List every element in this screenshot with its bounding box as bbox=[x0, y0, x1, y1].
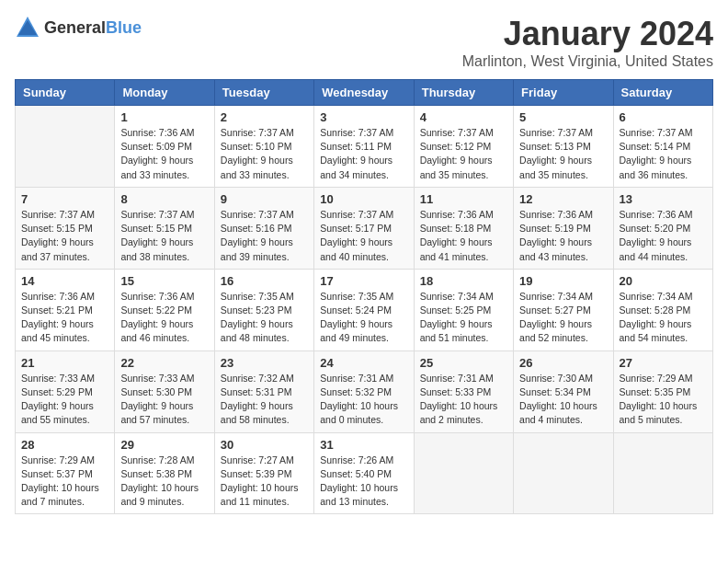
calendar-header-sunday: Sunday bbox=[16, 80, 115, 106]
day-info: Sunrise: 7:27 AMSunset: 5:39 PMDaylight:… bbox=[221, 454, 308, 510]
day-number: 4 bbox=[420, 110, 507, 124]
day-info: Sunrise: 7:33 AMSunset: 5:30 PMDaylight:… bbox=[120, 372, 208, 428]
day-info: Sunrise: 7:37 AMSunset: 5:12 PMDaylight:… bbox=[420, 126, 507, 182]
calendar-cell: 23Sunrise: 7:32 AMSunset: 5:31 PMDayligh… bbox=[214, 350, 313, 432]
calendar-cell: 21Sunrise: 7:33 AMSunset: 5:29 PMDayligh… bbox=[16, 350, 115, 432]
calendar-cell bbox=[613, 432, 712, 514]
day-number: 11 bbox=[420, 192, 507, 206]
day-number: 27 bbox=[620, 356, 707, 370]
calendar-cell: 31Sunrise: 7:26 AMSunset: 5:40 PMDayligh… bbox=[314, 432, 414, 514]
calendar-header-row: SundayMondayTuesdayWednesdayThursdayFrid… bbox=[16, 80, 713, 106]
day-info: Sunrise: 7:37 AMSunset: 5:15 PMDaylight:… bbox=[120, 208, 208, 264]
calendar-cell: 26Sunrise: 7:30 AMSunset: 5:34 PMDayligh… bbox=[514, 350, 613, 432]
day-number: 13 bbox=[620, 192, 707, 206]
day-number: 12 bbox=[519, 192, 607, 206]
day-info: Sunrise: 7:33 AMSunset: 5:29 PMDaylight:… bbox=[21, 372, 108, 428]
day-number: 10 bbox=[320, 192, 407, 206]
week-row-1: 1Sunrise: 7:36 AMSunset: 5:09 PMDaylight… bbox=[16, 106, 713, 188]
calendar-cell: 29Sunrise: 7:28 AMSunset: 5:38 PMDayligh… bbox=[115, 432, 214, 514]
calendar-cell: 22Sunrise: 7:33 AMSunset: 5:30 PMDayligh… bbox=[115, 350, 214, 432]
calendar-cell bbox=[514, 432, 613, 514]
calendar-cell: 25Sunrise: 7:31 AMSunset: 5:33 PMDayligh… bbox=[414, 350, 513, 432]
title-area: January 2024 Marlinton, West Virginia, U… bbox=[462, 15, 713, 70]
day-number: 8 bbox=[120, 192, 208, 206]
week-row-2: 7Sunrise: 7:37 AMSunset: 5:15 PMDaylight… bbox=[16, 187, 713, 269]
logo: GeneralBlue bbox=[15, 15, 142, 40]
day-info: Sunrise: 7:31 AMSunset: 5:32 PMDaylight:… bbox=[320, 372, 407, 428]
day-info: Sunrise: 7:28 AMSunset: 5:38 PMDaylight:… bbox=[120, 454, 208, 510]
day-info: Sunrise: 7:32 AMSunset: 5:31 PMDaylight:… bbox=[221, 372, 308, 428]
calendar-cell: 18Sunrise: 7:34 AMSunset: 5:25 PMDayligh… bbox=[414, 269, 513, 350]
day-info: Sunrise: 7:34 AMSunset: 5:27 PMDaylight:… bbox=[519, 290, 607, 346]
day-info: Sunrise: 7:36 AMSunset: 5:09 PMDaylight:… bbox=[120, 126, 208, 182]
day-info: Sunrise: 7:37 AMSunset: 5:13 PMDaylight:… bbox=[519, 126, 607, 182]
day-number: 7 bbox=[21, 192, 108, 206]
day-info: Sunrise: 7:37 AMSunset: 5:11 PMDaylight:… bbox=[320, 126, 407, 182]
day-info: Sunrise: 7:35 AMSunset: 5:24 PMDaylight:… bbox=[320, 290, 407, 346]
calendar-cell: 6Sunrise: 7:37 AMSunset: 5:14 PMDaylight… bbox=[613, 106, 712, 188]
day-info: Sunrise: 7:30 AMSunset: 5:34 PMDaylight:… bbox=[519, 372, 607, 428]
calendar-cell: 3Sunrise: 7:37 AMSunset: 5:11 PMDaylight… bbox=[314, 106, 414, 188]
calendar-table: SundayMondayTuesdayWednesdayThursdayFrid… bbox=[15, 79, 713, 514]
calendar-cell: 24Sunrise: 7:31 AMSunset: 5:32 PMDayligh… bbox=[314, 350, 414, 432]
day-number: 5 bbox=[519, 110, 607, 124]
day-number: 16 bbox=[221, 274, 308, 288]
calendar-cell bbox=[16, 106, 115, 188]
calendar-header-saturday: Saturday bbox=[613, 80, 712, 106]
day-number: 21 bbox=[21, 356, 108, 370]
day-number: 18 bbox=[420, 274, 507, 288]
day-info: Sunrise: 7:36 AMSunset: 5:21 PMDaylight:… bbox=[21, 290, 108, 346]
day-info: Sunrise: 7:36 AMSunset: 5:18 PMDaylight:… bbox=[420, 208, 507, 264]
calendar-cell: 12Sunrise: 7:36 AMSunset: 5:19 PMDayligh… bbox=[514, 187, 613, 269]
day-number: 2 bbox=[221, 110, 308, 124]
day-info: Sunrise: 7:26 AMSunset: 5:40 PMDaylight:… bbox=[320, 454, 407, 510]
calendar-cell: 10Sunrise: 7:37 AMSunset: 5:17 PMDayligh… bbox=[314, 187, 414, 269]
calendar-cell: 19Sunrise: 7:34 AMSunset: 5:27 PMDayligh… bbox=[514, 269, 613, 350]
day-info: Sunrise: 7:37 AMSunset: 5:14 PMDaylight:… bbox=[620, 126, 707, 182]
calendar-cell: 1Sunrise: 7:36 AMSunset: 5:09 PMDaylight… bbox=[115, 106, 214, 188]
calendar-cell: 9Sunrise: 7:37 AMSunset: 5:16 PMDaylight… bbox=[214, 187, 313, 269]
day-number: 6 bbox=[620, 110, 707, 124]
week-row-3: 14Sunrise: 7:36 AMSunset: 5:21 PMDayligh… bbox=[16, 269, 713, 350]
calendar-cell: 8Sunrise: 7:37 AMSunset: 5:15 PMDaylight… bbox=[115, 187, 214, 269]
day-info: Sunrise: 7:35 AMSunset: 5:23 PMDaylight:… bbox=[221, 290, 308, 346]
day-info: Sunrise: 7:37 AMSunset: 5:16 PMDaylight:… bbox=[221, 208, 308, 264]
svg-marker-1 bbox=[18, 20, 37, 35]
day-info: Sunrise: 7:36 AMSunset: 5:20 PMDaylight:… bbox=[620, 208, 707, 264]
day-number: 19 bbox=[519, 274, 607, 288]
day-number: 30 bbox=[221, 438, 308, 452]
calendar-cell: 17Sunrise: 7:35 AMSunset: 5:24 PMDayligh… bbox=[314, 269, 414, 350]
calendar-cell: 4Sunrise: 7:37 AMSunset: 5:12 PMDaylight… bbox=[414, 106, 513, 188]
calendar-header-monday: Monday bbox=[115, 80, 214, 106]
day-number: 15 bbox=[120, 274, 208, 288]
calendar-cell: 11Sunrise: 7:36 AMSunset: 5:18 PMDayligh… bbox=[414, 187, 513, 269]
day-number: 26 bbox=[519, 356, 607, 370]
day-number: 22 bbox=[120, 356, 208, 370]
page-header: GeneralBlue January 2024 Marlinton, West… bbox=[15, 15, 713, 70]
calendar-cell: 27Sunrise: 7:29 AMSunset: 5:35 PMDayligh… bbox=[613, 350, 712, 432]
logo-text-blue: Blue bbox=[106, 18, 142, 37]
calendar-header-wednesday: Wednesday bbox=[314, 80, 414, 106]
day-number: 14 bbox=[21, 274, 108, 288]
day-number: 28 bbox=[21, 438, 108, 452]
calendar-cell: 15Sunrise: 7:36 AMSunset: 5:22 PMDayligh… bbox=[115, 269, 214, 350]
calendar-cell bbox=[414, 432, 513, 514]
location-title: Marlinton, West Virginia, United States bbox=[462, 53, 713, 70]
day-number: 29 bbox=[120, 438, 208, 452]
logo-icon bbox=[15, 15, 40, 40]
week-row-4: 21Sunrise: 7:33 AMSunset: 5:29 PMDayligh… bbox=[16, 350, 713, 432]
day-number: 23 bbox=[221, 356, 308, 370]
day-info: Sunrise: 7:37 AMSunset: 5:17 PMDaylight:… bbox=[320, 208, 407, 264]
logo-text-general: General bbox=[44, 18, 106, 37]
day-info: Sunrise: 7:29 AMSunset: 5:37 PMDaylight:… bbox=[21, 454, 108, 510]
calendar-cell: 28Sunrise: 7:29 AMSunset: 5:37 PMDayligh… bbox=[16, 432, 115, 514]
calendar-header-thursday: Thursday bbox=[414, 80, 513, 106]
calendar-cell: 20Sunrise: 7:34 AMSunset: 5:28 PMDayligh… bbox=[613, 269, 712, 350]
day-info: Sunrise: 7:29 AMSunset: 5:35 PMDaylight:… bbox=[620, 372, 707, 428]
week-row-5: 28Sunrise: 7:29 AMSunset: 5:37 PMDayligh… bbox=[16, 432, 713, 514]
day-number: 20 bbox=[620, 274, 707, 288]
calendar-cell: 13Sunrise: 7:36 AMSunset: 5:20 PMDayligh… bbox=[613, 187, 712, 269]
calendar-cell: 16Sunrise: 7:35 AMSunset: 5:23 PMDayligh… bbox=[214, 269, 313, 350]
calendar-cell: 14Sunrise: 7:36 AMSunset: 5:21 PMDayligh… bbox=[16, 269, 115, 350]
day-info: Sunrise: 7:36 AMSunset: 5:22 PMDaylight:… bbox=[120, 290, 208, 346]
